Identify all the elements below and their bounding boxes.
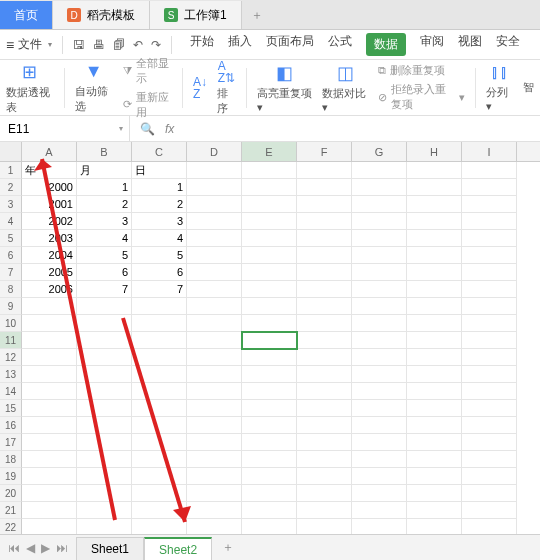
row-header[interactable]: 17 bbox=[0, 434, 22, 451]
cell[interactable]: 1 bbox=[132, 179, 187, 196]
cell[interactable] bbox=[462, 179, 517, 196]
cell[interactable] bbox=[187, 366, 242, 383]
cell[interactable] bbox=[407, 332, 462, 349]
cell[interactable] bbox=[407, 264, 462, 281]
cell[interactable] bbox=[242, 264, 297, 281]
col-header-B[interactable]: B bbox=[77, 142, 132, 161]
tab-template[interactable]: D稻壳模板 bbox=[53, 1, 150, 29]
row-header[interactable]: 10 bbox=[0, 315, 22, 332]
cell[interactable] bbox=[187, 485, 242, 502]
cell[interactable] bbox=[187, 213, 242, 230]
cell[interactable] bbox=[407, 230, 462, 247]
cell[interactable] bbox=[77, 315, 132, 332]
data-compare-button[interactable]: ◫数据对比 ▾ bbox=[322, 62, 368, 114]
cell[interactable] bbox=[462, 485, 517, 502]
cell[interactable]: 5 bbox=[132, 247, 187, 264]
sheet-tab-1[interactable]: Sheet1 bbox=[76, 537, 144, 560]
cell[interactable] bbox=[352, 349, 407, 366]
cell[interactable] bbox=[187, 417, 242, 434]
cell[interactable] bbox=[352, 383, 407, 400]
save-icon[interactable]: 🖫 bbox=[73, 38, 85, 52]
row-header[interactable]: 15 bbox=[0, 400, 22, 417]
menu-start[interactable]: 开始 bbox=[190, 33, 214, 56]
cell[interactable] bbox=[462, 332, 517, 349]
cell[interactable] bbox=[187, 196, 242, 213]
cell[interactable]: 6 bbox=[132, 264, 187, 281]
cell[interactable] bbox=[297, 247, 352, 264]
smart-button[interactable]: 智 bbox=[523, 80, 534, 95]
cell[interactable] bbox=[22, 417, 77, 434]
cell[interactable] bbox=[77, 468, 132, 485]
row-header[interactable]: 18 bbox=[0, 451, 22, 468]
formula-input[interactable] bbox=[184, 116, 540, 141]
cell[interactable] bbox=[352, 281, 407, 298]
dropdown-icon[interactable]: ▾ bbox=[119, 124, 123, 133]
tab-home[interactable]: 首页 bbox=[0, 1, 53, 29]
cell[interactable] bbox=[352, 196, 407, 213]
fx-icon[interactable]: fx bbox=[165, 122, 174, 136]
cell[interactable] bbox=[242, 247, 297, 264]
cell[interactable] bbox=[22, 485, 77, 502]
menu-data[interactable]: 数据 bbox=[366, 33, 406, 56]
cell[interactable] bbox=[187, 230, 242, 247]
menu-view[interactable]: 视图 bbox=[458, 33, 482, 56]
menu-review[interactable]: 审阅 bbox=[420, 33, 444, 56]
cell[interactable]: 2 bbox=[132, 196, 187, 213]
cell[interactable]: 4 bbox=[77, 230, 132, 247]
reject-dup-button[interactable]: ⊘拒绝录入重复项 ▾ bbox=[378, 82, 465, 112]
cell[interactable]: 2003 bbox=[22, 230, 77, 247]
cell[interactable] bbox=[22, 400, 77, 417]
row-header[interactable]: 2 bbox=[0, 179, 22, 196]
cell[interactable] bbox=[462, 349, 517, 366]
cell[interactable] bbox=[462, 417, 517, 434]
cell[interactable] bbox=[242, 315, 297, 332]
undo-icon[interactable]: ↶ bbox=[133, 38, 143, 52]
row-header[interactable]: 3 bbox=[0, 196, 22, 213]
cell[interactable] bbox=[242, 196, 297, 213]
cell[interactable] bbox=[407, 281, 462, 298]
cell[interactable]: 月 bbox=[77, 162, 132, 179]
cell[interactable] bbox=[297, 332, 352, 349]
name-box[interactable]: ▾ bbox=[0, 116, 130, 141]
cell[interactable] bbox=[22, 366, 77, 383]
cell[interactable] bbox=[242, 349, 297, 366]
cell[interactable] bbox=[462, 502, 517, 519]
cell[interactable] bbox=[352, 230, 407, 247]
cell[interactable] bbox=[297, 417, 352, 434]
cell[interactable] bbox=[297, 468, 352, 485]
cell[interactable] bbox=[242, 468, 297, 485]
cell[interactable] bbox=[187, 332, 242, 349]
print-preview-icon[interactable]: 🖶 bbox=[93, 38, 105, 52]
cell[interactable] bbox=[187, 281, 242, 298]
cell[interactable] bbox=[462, 383, 517, 400]
cell[interactable] bbox=[407, 400, 462, 417]
name-box-input[interactable] bbox=[8, 122, 88, 136]
cell[interactable] bbox=[407, 417, 462, 434]
cell[interactable] bbox=[242, 383, 297, 400]
sort-button[interactable]: AZ⇅排序 bbox=[217, 60, 236, 116]
cell[interactable] bbox=[187, 502, 242, 519]
cell[interactable] bbox=[407, 196, 462, 213]
cell[interactable] bbox=[462, 400, 517, 417]
pivot-table-button[interactable]: ⊞数据透视表 bbox=[6, 61, 54, 115]
highlight-dup-button[interactable]: ◧高亮重复项 ▾ bbox=[257, 62, 313, 114]
sort-asc-button[interactable]: A↓Z bbox=[193, 76, 207, 100]
menu-layout[interactable]: 页面布局 bbox=[266, 33, 314, 56]
add-sheet-button[interactable]: ＋ bbox=[212, 539, 244, 556]
cell[interactable] bbox=[22, 383, 77, 400]
cell[interactable] bbox=[187, 400, 242, 417]
cell[interactable] bbox=[132, 383, 187, 400]
cell[interactable] bbox=[462, 315, 517, 332]
cell[interactable] bbox=[462, 196, 517, 213]
cell[interactable] bbox=[77, 298, 132, 315]
cell[interactable] bbox=[297, 485, 352, 502]
cell[interactable] bbox=[297, 230, 352, 247]
cell[interactable] bbox=[132, 451, 187, 468]
cell[interactable] bbox=[22, 315, 77, 332]
col-header-A[interactable]: A bbox=[22, 142, 77, 161]
cell[interactable] bbox=[132, 502, 187, 519]
cell[interactable] bbox=[297, 349, 352, 366]
cell[interactable] bbox=[187, 383, 242, 400]
row-header[interactable]: 6 bbox=[0, 247, 22, 264]
cell[interactable] bbox=[77, 451, 132, 468]
